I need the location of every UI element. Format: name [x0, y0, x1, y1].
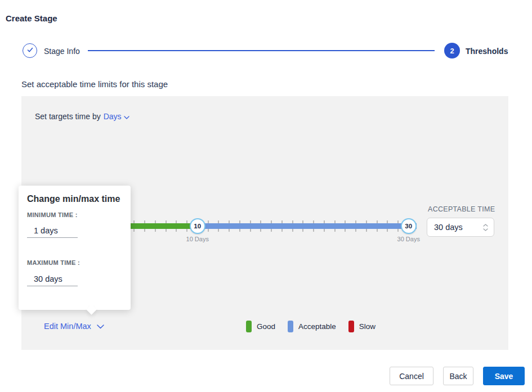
legend-label-slow: Slow	[359, 322, 375, 331]
target-time-prefix: Set targets time by	[35, 112, 101, 121]
slider-track-acceptable	[198, 223, 417, 229]
slider-handle-max[interactable]: 30	[401, 218, 417, 234]
legend: Good Acceptable Slow	[246, 321, 375, 332]
chevron-up-icon[interactable]	[483, 224, 488, 227]
step-thresholds-label: Thresholds	[466, 47, 508, 56]
target-time-row: Set targets time by Days	[35, 112, 129, 121]
maximum-time-underline	[27, 286, 78, 286]
change-minmax-popover: Change min/max time MINIMUM TIME : MAXIM…	[19, 186, 131, 310]
minimum-time-underline	[27, 237, 78, 238]
create-stage-screen: Create Stage Stage Info 2 Thresholds Set…	[0, 0, 532, 392]
edit-minmax-label: Edit Min/Max	[44, 322, 91, 331]
popover-title: Change min/max time	[27, 194, 120, 204]
legend-swatch-good	[246, 321, 252, 332]
legend-item-slow: Slow	[348, 321, 375, 332]
section-subtitle: Set acceptable time limits for this stag…	[21, 79, 168, 89]
chevron-down-icon[interactable]	[483, 228, 488, 231]
legend-label-acceptable: Acceptable	[298, 322, 336, 331]
cancel-button[interactable]: Cancel	[390, 367, 433, 385]
back-button[interactable]: Back	[443, 367, 473, 385]
slider-max-label: 30 Days	[386, 236, 431, 242]
target-unit-dropdown[interactable]: Days	[104, 112, 129, 121]
step-thresholds-indicator[interactable]: 2	[444, 43, 460, 58]
stepper-connector-line	[88, 50, 435, 51]
check-icon	[26, 46, 34, 56]
minimum-time-field[interactable]	[27, 224, 79, 237]
acceptable-time-value: 30 days	[434, 223, 483, 232]
legend-label-good: Good	[257, 322, 275, 331]
page-title: Create Stage	[6, 13, 57, 23]
slider-min-label: 10 Days	[175, 236, 220, 242]
footer-actions: Cancel Back Save	[390, 367, 525, 385]
save-button[interactable]: Save	[483, 367, 525, 385]
maximum-time-field[interactable]	[27, 272, 79, 286]
slider-handle-min-value: 10	[194, 223, 201, 229]
acceptable-time-label: ACCEPTABLE TIME	[428, 205, 495, 213]
acceptable-time-stepper[interactable]	[483, 224, 488, 231]
legend-item-acceptable: Acceptable	[288, 321, 336, 332]
maximum-time-label: MAXIMUM TIME :	[27, 259, 80, 266]
chevron-down-icon	[97, 322, 104, 331]
step-stage-info-indicator[interactable]	[23, 43, 37, 58]
acceptable-time-input[interactable]: 30 days	[427, 218, 494, 237]
target-unit-value: Days	[104, 112, 122, 121]
chevron-down-icon	[124, 112, 129, 121]
edit-minmax-button[interactable]: Edit Min/Max	[44, 322, 104, 331]
step-thresholds-number: 2	[450, 47, 454, 55]
legend-item-good: Good	[246, 321, 275, 332]
legend-swatch-slow	[348, 321, 354, 332]
step-stage-info-label[interactable]: Stage Info	[44, 47, 80, 56]
legend-swatch-acceptable	[288, 321, 293, 332]
slider-handle-min[interactable]: 10	[190, 218, 205, 234]
minimum-time-label: MINIMUM TIME :	[27, 211, 78, 218]
slider-handle-max-value: 30	[405, 223, 412, 229]
